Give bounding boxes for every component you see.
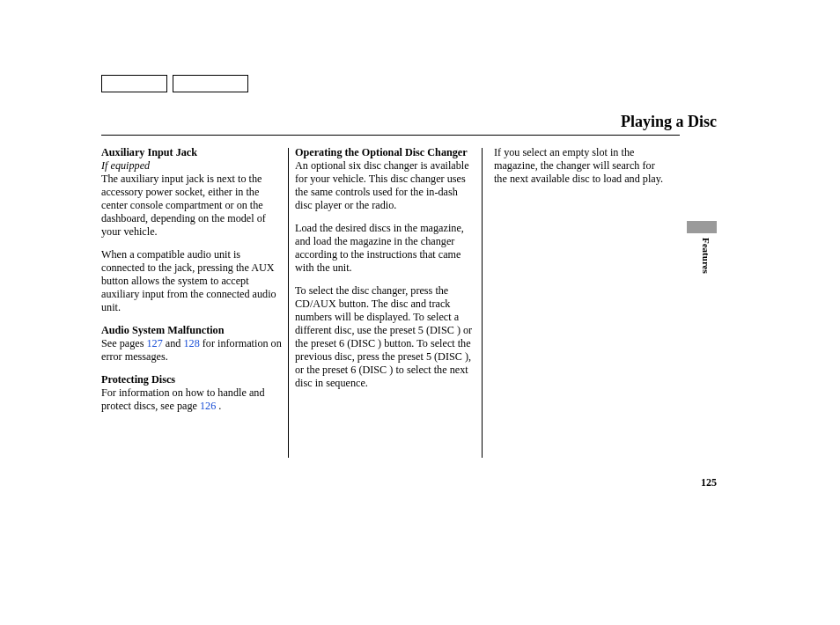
disc-changer-paragraph-1: An optional six disc changer is availabl…: [295, 159, 469, 211]
aux-jack-paragraph-1: The auxiliary input jack is next to the …: [101, 173, 266, 238]
text-period: .: [216, 400, 221, 412]
heading-protecting-discs: Protecting Discs: [101, 373, 175, 386]
text-see-pages: See pages: [101, 337, 146, 349]
aux-jack-paragraph-2: When a compatible audio unit is connecte…: [101, 248, 283, 314]
top-box-1: [101, 75, 167, 92]
text-protect-discs: For information on how to handle and pro…: [101, 386, 265, 412]
heading-aux-jack: Auxiliary Input Jack: [101, 146, 197, 158]
column-3: If you select an empty slot in the magaz…: [489, 146, 682, 423]
title-rule: [101, 135, 680, 136]
top-boxes: [101, 75, 718, 92]
heading-audio-malfunction: Audio System Malfunction: [101, 324, 225, 336]
column-separator-1: [288, 148, 289, 458]
disc-changer-section: Operating the Optional Disc Changer An o…: [295, 146, 476, 212]
subheading-if-equipped: If equipped: [101, 159, 150, 172]
section-tab-label: Features: [701, 238, 711, 274]
page-title: Playing a Disc: [621, 113, 717, 131]
top-box-2: [173, 75, 248, 92]
empty-slot-paragraph: If you select an empty slot in the magaz…: [494, 146, 670, 186]
aux-jack-section: Auxiliary Input Jack If equipped The aux…: [101, 146, 283, 239]
disc-changer-paragraph-2: Load the desired discs in the magazine, …: [295, 222, 476, 275]
section-tab-marker: [687, 221, 717, 233]
page-number: 125: [701, 476, 717, 489]
page-container: [101, 75, 718, 103]
link-page-127[interactable]: 127: [146, 337, 162, 349]
column-1: Auxiliary Input Jack If equipped The aux…: [101, 146, 295, 423]
audio-malfunction-section: Audio System Malfunction See pages 127 a…: [101, 324, 283, 364]
columns: Auxiliary Input Jack If equipped The aux…: [101, 146, 682, 423]
link-page-126[interactable]: 126: [200, 400, 216, 412]
column-separator-2: [482, 148, 483, 458]
text-and: and: [163, 337, 184, 349]
disc-changer-paragraph-3: To select the disc changer, press the CD…: [295, 284, 476, 390]
link-page-128[interactable]: 128: [183, 337, 199, 349]
column-2: Operating the Optional Disc Changer An o…: [295, 146, 489, 423]
heading-disc-changer: Operating the Optional Disc Changer: [295, 146, 468, 158]
protecting-discs-section: Protecting Discs For information on how …: [101, 373, 283, 413]
